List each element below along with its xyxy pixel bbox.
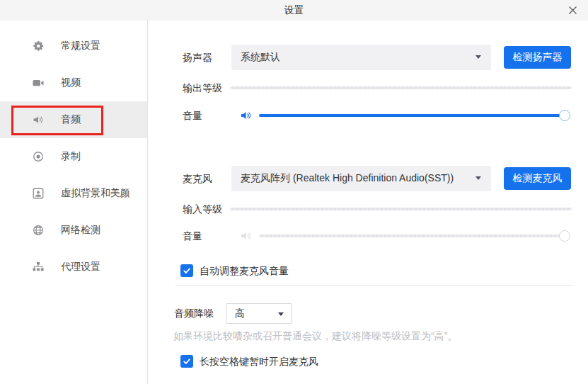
sidebar-item-recording[interactable]: 录制 (0, 138, 147, 175)
sidebar-item-label: 常规设置 (61, 40, 100, 52)
video-camera-icon (32, 77, 45, 89)
audio-settings-panel: 扬声器 系统默认 检测扬声器 输出等级 音量 麦克风 麦克风阵列 (Realte… (149, 21, 588, 384)
sidebar: 常规设置 视频 音频 录制 虚拟背景和美颜 (0, 21, 148, 384)
sidebar-item-label: 网络检测 (61, 224, 100, 237)
input-level-meter (230, 208, 572, 210)
input-level-label: 输入等级 (183, 203, 222, 216)
sidebar-item-label: 视频 (61, 77, 81, 89)
auto-adjust-mic-checkbox[interactable] (180, 264, 193, 277)
check-icon (183, 357, 191, 366)
sidebar-item-virtual-background[interactable]: 虚拟背景和美颜 (0, 175, 147, 212)
sidebar-item-label: 代理设置 (61, 261, 100, 273)
globe-icon (32, 224, 45, 237)
mic-volume-label: 音量 (183, 230, 202, 243)
sidebar-item-label: 音频 (61, 113, 81, 126)
push-to-talk-checkbox[interactable] (180, 355, 193, 368)
speaker-device-value: 系统默认 (241, 51, 280, 64)
sidebar-item-label: 录制 (61, 150, 81, 163)
section-divider (175, 285, 575, 286)
sidebar-item-label: 虚拟背景和美颜 (61, 187, 130, 200)
speaker-device-dropdown[interactable]: 系统默认 (231, 45, 491, 70)
mic-device-dropdown[interactable]: 麦克风阵列 (Realtek High Definition Audio(SST… (231, 166, 491, 191)
mic-volume-slider (259, 235, 566, 237)
test-speaker-button[interactable]: 检测扬声器 (504, 46, 571, 69)
noise-level-value: 高 (235, 307, 245, 320)
speaker-volume-label: 音量 (183, 110, 202, 123)
mic-device-value: 麦克风阵列 (Realtek High Definition Audio(SST… (241, 172, 454, 185)
mic-volume-icon (239, 229, 253, 243)
sidebar-item-audio[interactable]: 音频 (0, 101, 147, 138)
push-to-talk-label: 长按空格键暂时开启麦克风 (200, 356, 318, 368)
gear-icon (32, 40, 45, 52)
record-icon (32, 150, 45, 163)
proxy-tree-icon (32, 261, 45, 273)
titlebar: 设置 (0, 0, 588, 21)
speaker-volume-slider-thumb[interactable] (559, 110, 570, 121)
output-level-meter (230, 86, 572, 89)
output-level-label: 输出等级 (183, 82, 222, 95)
speaker-volume-slider[interactable] (259, 114, 566, 117)
settings-dialog: 设置 常规设置 视频 音频 (0, 0, 588, 384)
speaker-icon (32, 113, 45, 126)
dialog-title: 设置 (284, 4, 304, 17)
mic-label: 麦克风 (183, 173, 212, 186)
check-icon (183, 266, 191, 275)
sidebar-item-proxy[interactable]: 代理设置 (0, 249, 147, 286)
test-mic-button[interactable]: 检测麦克风 (504, 167, 571, 190)
chevron-down-icon (475, 55, 481, 59)
noise-suppression-hint: 如果环境比较嘈杂或召开普通会议，建议将降噪等级设置为“高”。 (173, 330, 457, 343)
sidebar-item-video[interactable]: 视频 (0, 64, 147, 101)
close-button[interactable] (563, 0, 582, 21)
close-icon (568, 6, 577, 15)
sidebar-item-general[interactable]: 常规设置 (0, 28, 147, 64)
auto-adjust-mic-label: 自动调整麦克风音量 (200, 265, 289, 278)
chevron-down-icon (278, 312, 284, 316)
chevron-down-icon (475, 176, 481, 180)
portrait-icon (32, 187, 45, 200)
noise-level-dropdown[interactable]: 高 (226, 303, 292, 324)
noise-suppression-label: 音频降噪 (174, 307, 214, 320)
sidebar-item-network-test[interactable]: 网络检测 (0, 212, 147, 249)
speaker-label: 扬声器 (183, 52, 212, 64)
speaker-volume-icon (239, 108, 253, 123)
mic-volume-slider-thumb (559, 230, 570, 242)
